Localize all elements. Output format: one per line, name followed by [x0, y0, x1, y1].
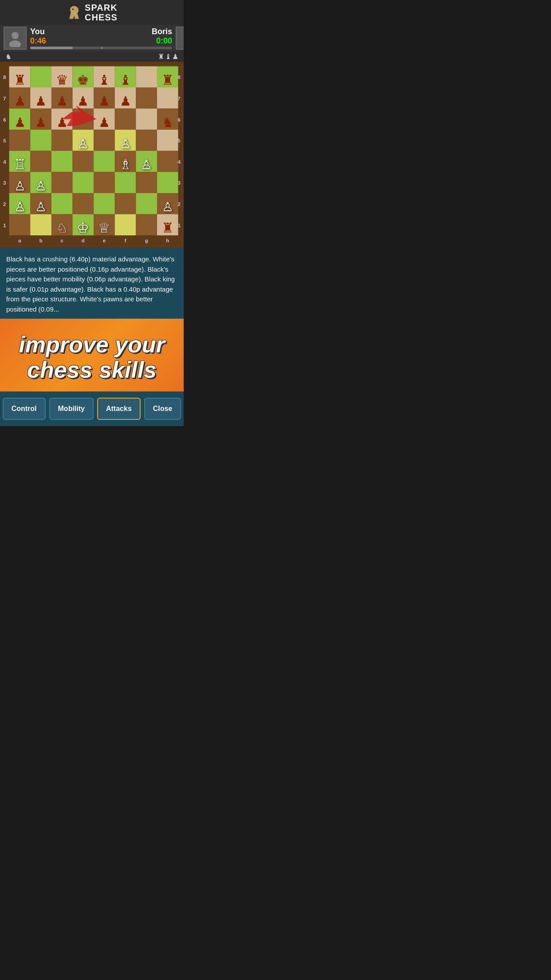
svg-point-2	[9, 40, 21, 47]
logo: SPARK CHESS	[66, 3, 118, 22]
close-button[interactable]: Close	[144, 398, 181, 420]
svg-text:♕: ♕	[98, 220, 110, 236]
avatar-boris	[176, 27, 184, 50]
svg-text:♝: ♝	[119, 72, 132, 88]
captured-pieces: ♞ ♜ ♝ ♟	[0, 51, 184, 62]
svg-text:8: 8	[177, 75, 180, 80]
svg-text:5: 5	[177, 138, 181, 143]
svg-rect-21	[136, 87, 157, 109]
control-button[interactable]: Control	[3, 398, 46, 420]
svg-text:5: 5	[3, 138, 6, 143]
svg-rect-22	[157, 87, 178, 109]
svg-rect-38	[157, 130, 178, 151]
svg-text:a: a	[18, 238, 21, 243]
svg-point-0	[72, 8, 74, 10]
player-you-timer: 0:46	[30, 36, 101, 46]
svg-text:♜: ♜	[161, 220, 174, 236]
svg-text:♟: ♟	[35, 94, 47, 108]
captured-you: ♞	[5, 52, 12, 61]
svg-rect-60	[115, 193, 136, 214]
svg-text:♟: ♟	[98, 94, 110, 108]
promo-line2: chess skills	[27, 357, 157, 383]
svg-rect-58	[73, 193, 94, 214]
svg-text:2: 2	[3, 202, 6, 207]
logo-horse-icon	[66, 4, 82, 20]
svg-rect-28	[115, 109, 136, 130]
player-bar: You 0:46 Boris 0:00	[0, 25, 184, 51]
svg-rect-37	[136, 130, 157, 151]
svg-rect-54	[157, 172, 178, 193]
svg-text:♙: ♙	[120, 137, 131, 151]
svg-rect-31	[9, 130, 31, 151]
svg-rect-35	[94, 130, 115, 151]
analysis-text: Black has a crushing (6.40p) material ad…	[6, 254, 177, 314]
player-boris-timer: 0:00	[156, 36, 172, 46]
svg-rect-69	[136, 214, 157, 236]
chess-board[interactable]: 8 7 6 5 4 3 2 1 8 7 6 5 4 3 2 1 a b c d …	[0, 62, 184, 245]
player-you-progress	[30, 47, 101, 49]
svg-rect-64	[30, 214, 51, 236]
analysis-panel: Black has a crushing (6.40p) material ad…	[0, 247, 184, 319]
svg-rect-49	[51, 172, 73, 193]
svg-rect-13	[136, 66, 157, 87]
player-boris-name: Boris	[152, 27, 172, 36]
svg-rect-50	[73, 172, 94, 193]
svg-rect-57	[51, 193, 73, 214]
mobility-button[interactable]: Mobility	[49, 398, 94, 420]
svg-rect-52	[115, 172, 136, 193]
svg-text:♘: ♘	[56, 221, 68, 235]
svg-text:♟: ♟	[56, 94, 68, 108]
player-boris-progress	[101, 47, 172, 49]
svg-text:4: 4	[3, 159, 6, 165]
svg-text:♙: ♙	[35, 179, 47, 193]
svg-rect-29	[136, 109, 157, 130]
svg-text:♛: ♛	[56, 72, 68, 88]
promo-text: improve your chess skills	[9, 332, 175, 383]
avatar-you	[4, 27, 27, 50]
svg-text:3: 3	[3, 180, 6, 186]
svg-text:g: g	[145, 238, 148, 243]
svg-rect-42	[73, 151, 94, 172]
svg-text:d: d	[82, 238, 85, 243]
svg-text:♖: ♖	[14, 157, 26, 172]
svg-rect-33	[51, 130, 73, 151]
svg-text:h: h	[166, 238, 169, 243]
svg-rect-43	[94, 151, 115, 172]
svg-text:f: f	[125, 238, 126, 243]
svg-text:b: b	[39, 238, 43, 243]
svg-rect-41	[51, 151, 73, 172]
svg-text:e: e	[103, 238, 106, 243]
svg-rect-40	[30, 151, 51, 172]
svg-rect-63	[9, 214, 31, 236]
chess-board-container: 8 7 6 5 4 3 2 1 8 7 6 5 4 3 2 1 a b c d …	[0, 62, 184, 247]
svg-text:♜: ♜	[14, 72, 26, 88]
player-boris-details: Boris 0:00	[101, 27, 172, 49]
player-you: You 0:46	[4, 27, 101, 50]
logo-text: SPARK CHESS	[85, 3, 118, 22]
svg-rect-53	[136, 172, 157, 193]
svg-text:♙: ♙	[14, 179, 26, 193]
svg-text:6: 6	[177, 117, 180, 122]
svg-text:4: 4	[177, 159, 181, 165]
svg-text:♞: ♞	[162, 115, 173, 130]
button-bar: Control Mobility Attacks Close	[0, 391, 184, 426]
captured-boris: ♜ ♝ ♟	[158, 52, 178, 61]
svg-text:8: 8	[3, 75, 6, 80]
svg-text:2: 2	[177, 202, 180, 207]
svg-rect-32	[30, 130, 51, 151]
svg-text:♙: ♙	[77, 137, 89, 151]
attacks-button[interactable]: Attacks	[97, 398, 141, 420]
player-boris: Boris 0:00	[101, 27, 184, 50]
svg-text:♟: ♟	[98, 115, 110, 130]
svg-rect-59	[94, 193, 115, 214]
svg-text:7: 7	[3, 96, 6, 101]
svg-text:♙: ♙	[141, 158, 152, 172]
player-you-details: You 0:46	[30, 27, 101, 49]
svg-text:1: 1	[3, 223, 6, 228]
player-boris-progress-fill	[101, 47, 102, 49]
svg-text:♝: ♝	[98, 72, 110, 88]
svg-text:♙: ♙	[162, 200, 173, 214]
promo-banner: improve your chess skills	[0, 319, 184, 391]
svg-text:♜: ♜	[161, 72, 174, 88]
svg-rect-68	[115, 214, 136, 236]
